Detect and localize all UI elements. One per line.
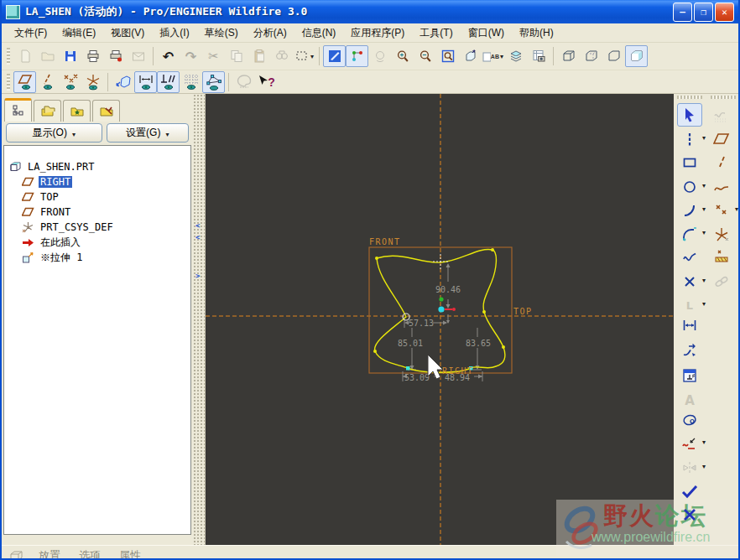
trim-tool-button[interactable] [677, 432, 702, 455]
dashboard-tab-options[interactable]: 选项 [74, 548, 106, 560]
datum-csys-tool-button[interactable] [709, 223, 734, 246]
menu-view[interactable]: 视图(V) [103, 24, 152, 42]
sketch-orient-button[interactable] [112, 71, 134, 93]
constraint-display-toggle[interactable] [157, 71, 180, 93]
dimension-value[interactable]: 53.09 [404, 373, 430, 382]
tree-root[interactable]: LA_SHEN.PRT [9, 159, 189, 174]
tree-item-csys[interactable]: PRT_CSYS_DEF [22, 220, 189, 235]
cancel-sketch-button[interactable] [677, 503, 702, 526]
spline-endpoint[interactable] [406, 366, 410, 371]
context-help-button[interactable]: ? [255, 71, 278, 93]
layers-button[interactable] [504, 45, 527, 67]
chevron-down-icon[interactable]: ▾ [702, 300, 706, 308]
tab-model-tree[interactable] [4, 98, 32, 122]
wireframe-button[interactable] [557, 45, 580, 67]
orient-mode-button[interactable] [368, 45, 391, 67]
hidden-line-button[interactable] [580, 45, 602, 67]
select-tool-button[interactable] [677, 103, 702, 127]
datum-axis-display-toggle[interactable] [36, 71, 59, 93]
menu-insert[interactable]: 插入(I) [152, 24, 196, 42]
tab-favorites[interactable] [63, 100, 91, 122]
dimension-value[interactable]: 83.65 [466, 339, 491, 348]
undo-button[interactable]: ↶ [157, 45, 180, 67]
close-button[interactable]: ✕ [715, 3, 734, 22]
title-bar[interactable]: LA_SHEN (活动的) - Pro/ENGINEER Wildfire 3.… [2, 0, 738, 23]
circle-tool-button[interactable] [677, 175, 702, 199]
repaint-button[interactable] [323, 45, 346, 67]
point-tool-button[interactable] [677, 270, 702, 293]
reorient-button[interactable] [459, 45, 482, 67]
paste-button[interactable] [248, 45, 270, 67]
panel-splitter[interactable]: < < > [193, 94, 206, 545]
mirror-tool-button[interactable] [677, 456, 702, 480]
menu-file[interactable]: 文件(F) [7, 24, 55, 42]
toolbar-drag-handle[interactable] [7, 48, 10, 65]
origin-csys-point[interactable] [438, 306, 444, 312]
palette-tool-button[interactable] [677, 408, 702, 432]
accept-sketch-button[interactable] [677, 480, 702, 503]
dimension-value[interactable]: 48.94 [445, 373, 470, 382]
grid-display-toggle[interactable] [180, 71, 202, 93]
rectangle-tool-button[interactable] [677, 151, 702, 174]
settings-dropdown-button[interactable]: 设置(G) [107, 123, 189, 143]
csys-display-toggle[interactable] [81, 71, 104, 93]
menu-info[interactable]: 信息(N) [294, 24, 344, 42]
spline-points[interactable] [373, 248, 505, 353]
menu-sketch[interactable]: 草绘(S) [197, 24, 246, 42]
toolbar-drag-handle[interactable] [7, 74, 10, 91]
dimension-value[interactable]: 57.13 [409, 319, 434, 328]
chevron-down-icon[interactable]: ▾ [702, 277, 706, 284]
menu-window[interactable]: 窗口(W) [461, 24, 512, 42]
vertex-display-toggle[interactable] [202, 71, 225, 93]
modify-tool-button[interactable] [677, 339, 702, 362]
dashboard-tab-placement[interactable]: 放置 [34, 548, 65, 560]
datum-curve-tool-button[interactable] [709, 175, 734, 199]
toolbar-drag-handle[interactable] [677, 96, 702, 99]
diagnostics-tool-button[interactable] [709, 105, 734, 128]
tree-item-insert-here[interactable]: 在此插入 [22, 235, 189, 250]
chevron-down-icon[interactable]: ▾ [702, 463, 706, 470]
shading-button[interactable] [625, 45, 648, 67]
constraint-rules-button[interactable] [677, 364, 702, 387]
refit-button[interactable] [436, 45, 459, 67]
datum-plane-tool-button[interactable] [709, 127, 734, 151]
print-setup-button[interactable] [104, 45, 127, 67]
menu-edit[interactable]: 编辑(E) [55, 24, 103, 42]
dimension-tool-button[interactable] [677, 314, 702, 337]
chevron-down-icon[interactable]: ▾ [702, 438, 706, 446]
tree-item-top[interactable]: TOP [22, 189, 189, 205]
chevron-down-icon[interactable]: ▾ [702, 134, 706, 142]
tab-folder-browser[interactable] [34, 100, 61, 122]
datum-axis-tool-button[interactable] [709, 151, 734, 174]
menu-tools[interactable]: 工具(T) [412, 24, 460, 42]
view-manager-button[interactable] [527, 45, 550, 67]
datum-point-tool-button[interactable] [709, 199, 734, 222]
tree-item-extrude[interactable]: ※拉伸 1 [22, 250, 189, 265]
show-dropdown-button[interactable]: 显示(O) [6, 123, 102, 143]
send-mail-button[interactable] [127, 45, 149, 67]
zoom-in-button[interactable] [391, 45, 414, 67]
toolbar-drag-handle[interactable] [711, 96, 736, 99]
copy-button[interactable] [225, 45, 248, 67]
offset-edge-tool-button[interactable] [709, 270, 734, 293]
use-edge-tool-button[interactable] [709, 245, 734, 268]
sketch-view[interactable]: FRONT TOP RIGHT 90.46 57.13 85.01 83.65 … [206, 94, 674, 545]
tab-connections[interactable] [92, 100, 120, 122]
spin-center-button[interactable] [346, 45, 368, 67]
new-file-button[interactable] [13, 45, 36, 67]
chevron-down-icon[interactable]: ▾ [702, 205, 706, 213]
model-tree[interactable]: LA_SHEN.PRT RIGHT TOP FRONT PRT_CSYS_DEF [3, 145, 191, 535]
saved-views-button[interactable]: AB [482, 45, 504, 67]
tree-item-front[interactable]: FRONT [22, 205, 189, 220]
chevron-down-icon[interactable]: ▾ [702, 229, 706, 236]
fillet-tool-button[interactable] [677, 222, 702, 246]
menu-applications[interactable]: 应用程序(P) [343, 24, 412, 42]
chevron-down-icon[interactable]: ▾ [702, 182, 706, 189]
zoom-out-button[interactable] [414, 45, 436, 67]
collapse-left-icon[interactable]: < [195, 221, 200, 230]
no-hidden-button[interactable] [602, 45, 625, 67]
point-display-toggle[interactable] [59, 71, 81, 93]
datum-plane-display-toggle[interactable] [13, 71, 36, 93]
dimension-value[interactable]: 90.46 [435, 285, 461, 294]
dashboard-tab-properties[interactable]: 属性 [114, 548, 146, 560]
